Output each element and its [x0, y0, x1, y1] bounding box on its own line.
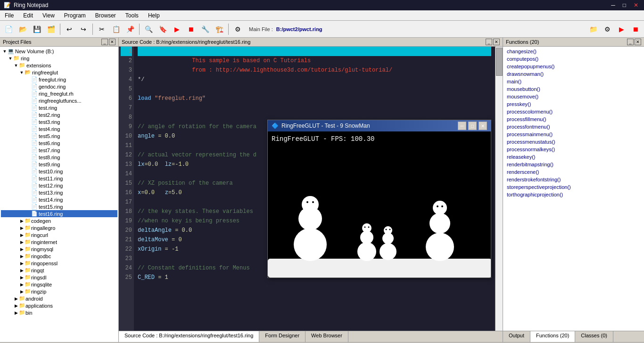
tree-file-test6ring[interactable]: 📄test6.ring [1, 139, 117, 147]
tree-ringqt[interactable]: ▶ 📁 ringqt [1, 267, 117, 274]
editor-content[interactable]: 1234567891011121314151617181920212223242… [119, 47, 503, 331]
tb-proj-stop[interactable]: ⏹ [629, 23, 642, 36]
tree-file-test13ring[interactable]: 📄test13.ring [1, 189, 117, 196]
close-button[interactable]: ✕ [632, 2, 640, 8]
func-item[interactable]: storeperspectiveprojection() [505, 183, 642, 191]
tree-file-testring[interactable]: 📄test.ring [1, 104, 117, 111]
func-item[interactable]: processmainmenu() [505, 131, 642, 138]
tree-ringmysql[interactable]: ▶ 📁 ringmysql [1, 245, 117, 253]
maximize-button[interactable]: □ [621, 2, 628, 8]
tb-save[interactable]: 💾 [30, 23, 43, 36]
tree-ring[interactable]: ▼ 📁 ring [1, 55, 117, 62]
tree-ringcurl[interactable]: ▶ 📁 ringcurl [1, 231, 117, 238]
minimize-button[interactable]: ─ [609, 2, 617, 8]
tb-undo[interactable]: ↩ [63, 23, 76, 36]
editor-scrollbar[interactable] [495, 47, 503, 331]
tree-file-test9ring[interactable]: 📄test9.ring [1, 161, 117, 168]
func-item[interactable]: drawsnowman() [505, 70, 642, 78]
menu-tools[interactable]: Tools [121, 11, 143, 20]
func-item[interactable]: changesize() [505, 48, 642, 55]
func-item[interactable]: main() [505, 78, 642, 85]
tree-extensions[interactable]: ▼ 📁 extensions [1, 62, 117, 69]
tree-ringinternet[interactable]: ▶ 📁 ringinternet [1, 238, 117, 245]
floating-window-titlebar[interactable]: 🔷 RingFreeGLUT - Test - 9 SnowMan ─ □ ✕ [268, 120, 491, 131]
tree-bin[interactable]: ▶ 📁 bin [1, 309, 117, 316]
tb-run[interactable]: ▶ [170, 23, 183, 36]
tb-stop[interactable]: ⏹ [184, 23, 198, 36]
scroll-thumb[interactable] [496, 48, 503, 76]
tb-proj-open[interactable]: 📁 [586, 23, 600, 36]
func-item[interactable]: processmenustatus() [505, 138, 642, 146]
tree-file-test16ring[interactable]: 📄test16.ring [1, 210, 117, 217]
func-tab-functions[interactable]: Functions (20) [530, 331, 575, 342]
func-item[interactable]: processcolormenu() [505, 108, 642, 115]
tb-open[interactable]: 📂 [16, 23, 29, 36]
tb-cut[interactable]: ✂ [95, 23, 108, 36]
float-min-btn[interactable]: ─ [458, 122, 466, 130]
menu-help[interactable]: Help [143, 11, 165, 20]
tb-debug[interactable]: 🔧 [198, 23, 212, 36]
tree-file-ring_freeglutrh[interactable]: 📄ring_freeglut.rh [1, 90, 117, 97]
func-item[interactable]: presskey() [505, 100, 642, 108]
menu-edit[interactable]: Edit [18, 11, 38, 20]
menu-view[interactable]: View [38, 11, 59, 20]
floating-glut-window[interactable]: 🔷 RingFreeGLUT - Test - 9 SnowMan ─ □ ✕ … [267, 120, 491, 278]
tree-ringsqlite[interactable]: ▶ 📁 ringsqlite [1, 281, 117, 288]
menu-program[interactable]: Program [59, 11, 91, 20]
tree-file-test10ring[interactable]: 📄test10.ring [1, 168, 117, 175]
tab-web-browser[interactable]: Web Browser [305, 331, 348, 342]
tree-file-test7ring[interactable]: 📄test7.ring [1, 147, 117, 154]
editor-panel-close[interactable]: ✕ [493, 39, 500, 45]
tb-proj-run[interactable]: ▶ [615, 23, 628, 36]
tree-file-ringfreeglutfuncs..[interactable]: 📄ringfreeglutfuncs... [1, 97, 117, 104]
tree-file-test14ring[interactable]: 📄test14.ring [1, 196, 117, 203]
tree-file-test4ring[interactable]: 📄test4.ring [1, 125, 117, 132]
func-item[interactable]: processnormalkeys() [505, 146, 642, 153]
tb-paste[interactable]: 📌 [124, 23, 137, 36]
float-restore-btn[interactable]: □ [468, 122, 477, 130]
tree-ringallegro[interactable]: ▶ 📁 ringallegro [1, 224, 117, 231]
func-item[interactable]: renderscene() [505, 168, 642, 176]
func-item[interactable]: mousebutton() [505, 85, 642, 93]
tb-proj-settings[interactable]: ⚙ [601, 23, 614, 36]
tree-file-test15ring[interactable]: 📄test15.ring [1, 203, 117, 210]
tb-save-all[interactable]: 🗂️ [44, 23, 58, 36]
func-item[interactable]: createpopupmenus() [505, 63, 642, 70]
tree-file-test3ring[interactable]: 📄test3.ring [1, 118, 117, 125]
func-item[interactable]: mousemove() [505, 93, 642, 100]
functions-panel-min[interactable]: _ [627, 39, 634, 45]
project-panel-min[interactable]: _ [101, 39, 108, 45]
tab-source-code[interactable]: Source Code : B:/ring/extensions/ringfre… [119, 331, 259, 342]
tb-redo[interactable]: ↪ [77, 23, 90, 36]
tab-form-designer[interactable]: Form Designer [259, 331, 305, 342]
tree-ringzip[interactable]: ▶ 📁 ringzip [1, 288, 117, 295]
menu-browser[interactable]: Browser [91, 11, 121, 20]
tree-root[interactable]: ▼ 💻 New Volume (B:) [1, 48, 117, 55]
tree-codegen[interactable]: ▶ 📁 codegen [1, 217, 117, 224]
tree-ringfreeglut[interactable]: ▼ 📂 ringfreeglut [1, 69, 117, 76]
tree-file-test8ring[interactable]: 📄test8.ring [1, 154, 117, 161]
tree-file-freeglutring[interactable]: 📄freeglut.ring [1, 76, 117, 83]
tree-android[interactable]: ▶ 📁 android [1, 295, 117, 302]
float-close-btn[interactable]: ✕ [479, 122, 487, 130]
tb-bookmark[interactable]: 🔖 [156, 23, 169, 36]
func-item[interactable]: computepos() [505, 55, 642, 63]
tree-applications[interactable]: ▶ 📁 applications [1, 302, 117, 309]
tree-file-gendocring[interactable]: 📄gendoc.ring [1, 83, 117, 90]
func-tab-output[interactable]: Output [503, 331, 530, 342]
project-panel-close[interactable]: ✕ [109, 39, 116, 45]
func-item[interactable]: processfontmenu() [505, 123, 642, 131]
tb-new[interactable]: 📄 [2, 23, 15, 36]
func-item[interactable]: releasekey() [505, 153, 642, 161]
editor-panel-min[interactable]: _ [486, 39, 492, 45]
func-item[interactable]: torthographicprojection() [505, 191, 642, 198]
tree-ringodbc[interactable]: ▶ 📁 ringodbc [1, 253, 117, 260]
tree-ringopenssl[interactable]: ▶ 📁 ringopenssl [1, 260, 117, 267]
tb-copy[interactable]: 📋 [109, 23, 123, 36]
tree-file-test11ring[interactable]: 📄test11.ring [1, 175, 117, 182]
func-tab-classes[interactable]: Classes (0) [575, 331, 613, 342]
tree-file-test5ring[interactable]: 📄test5.ring [1, 132, 117, 139]
func-item[interactable]: renderstrokefontstring() [505, 176, 642, 183]
functions-panel-close[interactable]: ✕ [635, 39, 641, 45]
tree-file-test12ring[interactable]: 📄test12.ring [1, 182, 117, 189]
